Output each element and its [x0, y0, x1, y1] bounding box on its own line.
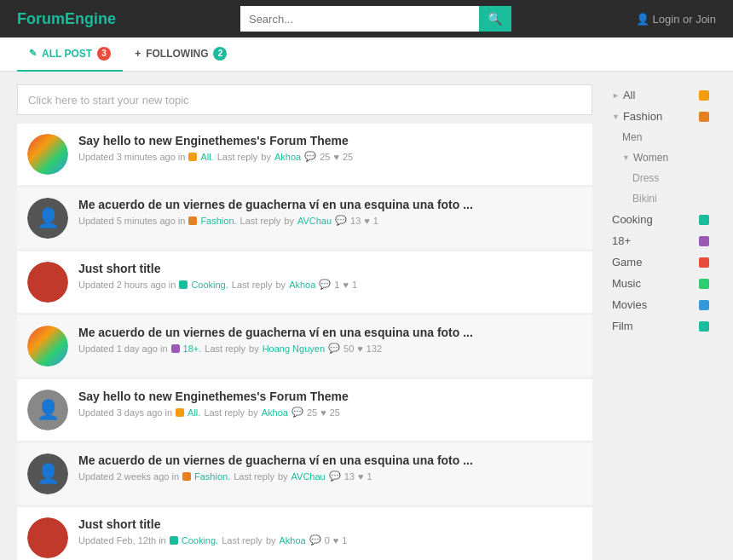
comment-count: 25: [320, 152, 330, 162]
post-title[interactable]: Me acuerdo de un viernes de guacherna ví…: [78, 198, 582, 211]
last-reply-preposition: by: [248, 407, 258, 418]
category-color-dot: [699, 112, 709, 122]
search-button[interactable]: 🔍: [479, 6, 511, 32]
category-label[interactable]: All.: [200, 152, 213, 162]
like-count: 1: [373, 216, 378, 226]
sidebar-item-movies[interactable]: Movies: [605, 294, 716, 315]
category-badge: [179, 280, 188, 289]
post-meta: Updated Feb, 12th in Cooking. Last reply…: [78, 534, 582, 546]
sidebar-category-label: Music: [612, 277, 641, 290]
sidebar-category-label: 18+: [612, 234, 631, 247]
comment-icon: 💬: [291, 407, 303, 418]
post-meta: Updated 5 minutes ago in Fashion. Last r…: [78, 215, 582, 226]
category-label[interactable]: Fashion.: [200, 216, 236, 226]
post-time: Updated 3 days ago in: [78, 407, 172, 418]
post-content: Just short title Updated 2 hours ago in …: [78, 262, 582, 290]
sidebar-item-music[interactable]: Music: [605, 273, 716, 294]
tab-following[interactable]: + FOLLOWING 2: [123, 38, 239, 72]
last-reply-preposition: by: [261, 152, 271, 162]
post-meta: Updated 3 days ago in All. Last reply by…: [78, 407, 582, 418]
avatar: 👤: [27, 390, 68, 430]
sidebar-item-dress[interactable]: Dress: [605, 168, 716, 188]
like-count: 1: [352, 280, 357, 290]
comment-count: 50: [343, 344, 354, 354]
logo-text: Forum: [17, 10, 65, 27]
post-title[interactable]: Just short title: [78, 517, 582, 531]
logo-highlight: Engine: [65, 10, 116, 27]
sidebar-category-list: ►All▼FashionMen▼WomenDressBikiniCooking1…: [605, 84, 716, 337]
sidebar-item-game[interactable]: Game: [605, 251, 716, 273]
post-content: Me acuerdo de un viernes de guacherna ví…: [78, 326, 582, 354]
post-item: 👤 Me acuerdo de un viernes de guacherna …: [17, 188, 592, 250]
comment-icon: 💬: [329, 471, 341, 482]
main-layout: Click here to start your new topic Say h…: [0, 72, 733, 560]
post-time: Updated 2 weeks ago in: [78, 471, 179, 482]
sidebar-item-all[interactable]: ►All: [605, 84, 716, 106]
last-reply-label: Last reply: [240, 216, 281, 226]
last-reply-label: Last reply: [222, 535, 263, 546]
last-reply-author[interactable]: Akhoa: [262, 407, 288, 418]
category-color-dot: [699, 215, 709, 225]
avatar: 👤: [27, 453, 68, 494]
last-reply-preposition: by: [266, 535, 276, 546]
category-label[interactable]: Cooking.: [182, 535, 218, 546]
category-color-dot: [699, 90, 709, 101]
like-count: 25: [330, 407, 340, 418]
sidebar-item-women[interactable]: ▼Women: [605, 147, 716, 168]
new-topic-input[interactable]: Click here to start your new topic: [17, 84, 592, 115]
comment-icon: 💬: [319, 279, 331, 290]
last-reply-author[interactable]: Akhoa: [289, 280, 315, 290]
post-title[interactable]: Me acuerdo de un viernes de guacherna ví…: [78, 453, 582, 467]
post-meta: Updated 1 day ago in 18+. Last reply by …: [78, 343, 582, 354]
post-item: 👤 Me acuerdo de un viernes de guacherna …: [17, 443, 592, 505]
last-reply-author[interactable]: AVChau: [297, 216, 332, 226]
post-title[interactable]: Say hello to new Enginethemes's Forum Th…: [78, 134, 582, 147]
sidebar-item-18+[interactable]: 18+: [605, 230, 716, 251]
sidebar-category-label: Movies: [612, 298, 647, 311]
category-badge: [188, 153, 197, 161]
like-count: 1: [367, 471, 372, 482]
post-content: Me acuerdo de un viernes de guacherna ví…: [78, 198, 582, 226]
post-title[interactable]: Me acuerdo de un viernes de guacherna ví…: [78, 326, 582, 339]
category-label[interactable]: Cooking.: [191, 280, 228, 290]
comment-count: 13: [344, 471, 355, 482]
search-input[interactable]: [240, 6, 479, 32]
post-time: Updated 2 hours ago in: [78, 280, 176, 290]
avatar: [27, 134, 68, 175]
post-meta: Updated 2 weeks ago in Fashion. Last rep…: [78, 471, 582, 482]
category-label[interactable]: All.: [188, 407, 200, 418]
plus-icon: +: [135, 48, 141, 60]
arrow-icon: ▼: [612, 113, 620, 121]
last-reply-author[interactable]: AVChau: [291, 471, 326, 482]
category-label[interactable]: Fashion.: [194, 471, 230, 482]
category-badge: [170, 536, 178, 545]
post-time: Updated Feb, 12th in: [78, 535, 166, 546]
last-reply-author[interactable]: Akhoa: [274, 152, 301, 162]
sidebar-item-bikini[interactable]: Bikini: [605, 188, 716, 209]
post-title[interactable]: Just short title: [78, 262, 582, 275]
comment-icon: 💬: [335, 215, 347, 226]
last-reply-label: Last reply: [204, 407, 245, 418]
sidebar-item-men[interactable]: Men: [605, 127, 716, 147]
like-icon: ♥: [357, 344, 363, 354]
login-link[interactable]: 👤 Login or Join: [636, 13, 716, 26]
all-post-badge: 3: [97, 47, 111, 61]
last-reply-preposition: by: [249, 344, 259, 354]
last-reply-preposition: by: [284, 216, 294, 226]
sidebar: ►All▼FashionMen▼WomenDressBikiniCooking1…: [605, 84, 716, 560]
post-list: Say hello to new Enginethemes's Forum Th…: [17, 124, 592, 560]
search-icon: 🔍: [488, 12, 502, 26]
last-reply-preposition: by: [278, 471, 288, 482]
post-title[interactable]: Say hello to new Enginethemes's Forum Th…: [78, 390, 582, 403]
tab-all-post[interactable]: ✎ ALL POST 3: [17, 38, 123, 72]
sidebar-category-label: Game: [612, 256, 642, 268]
category-label[interactable]: 18+.: [183, 344, 202, 354]
post-item: 👤 Say hello to new Enginethemes's Forum …: [17, 379, 592, 442]
last-reply-author[interactable]: Hoang Nguyen: [263, 344, 325, 354]
avatar: [27, 262, 68, 303]
last-reply-author[interactable]: Akhoa: [280, 535, 306, 546]
sidebar-item-cooking[interactable]: Cooking: [605, 209, 716, 230]
sidebar-item-fashion[interactable]: ▼Fashion: [605, 106, 716, 127]
last-reply-label: Last reply: [232, 280, 273, 290]
sidebar-item-film[interactable]: Film: [605, 315, 716, 337]
